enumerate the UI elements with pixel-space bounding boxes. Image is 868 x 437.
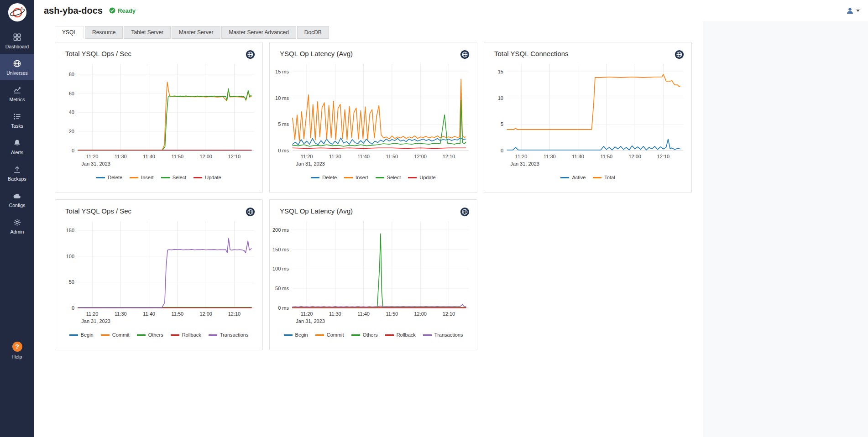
tab-ysql[interactable]: YSQL xyxy=(55,26,84,39)
sidebar-item-label: Backups xyxy=(8,176,26,182)
metrics-globe-icon[interactable] xyxy=(460,207,470,217)
svg-text:12:00: 12:00 xyxy=(414,311,427,317)
svg-text:15: 15 xyxy=(498,69,503,74)
legend-label: Transactions xyxy=(434,332,463,338)
metrics-globe-icon[interactable] xyxy=(246,50,255,59)
metrics-globe-icon[interactable] xyxy=(675,50,684,59)
tab-master-server[interactable]: Master Server xyxy=(172,26,220,39)
svg-text:12:10: 12:10 xyxy=(443,311,455,317)
legend-label: Insert xyxy=(141,175,154,180)
legend-item[interactable]: Transactions xyxy=(209,332,249,338)
sidebar-item-universes[interactable]: Universes xyxy=(0,54,34,80)
chart-legend: BeginCommitOthersRollbackTransactions xyxy=(270,332,477,338)
svg-text:5: 5 xyxy=(501,121,503,127)
svg-text:11:40: 11:40 xyxy=(572,154,584,159)
legend-item[interactable]: Rollback xyxy=(385,332,416,338)
legend-swatch xyxy=(284,334,293,336)
metrics-globe-icon[interactable] xyxy=(460,50,470,59)
legend-item[interactable]: Others xyxy=(137,332,163,338)
legend-item[interactable]: Active xyxy=(560,175,586,180)
legend-item[interactable]: Select xyxy=(376,175,401,180)
legend-item[interactable]: Rollback xyxy=(171,332,201,338)
top-header: ash-yba-docs Ready xyxy=(34,0,868,21)
tab-tablet-server[interactable]: Tablet Server xyxy=(124,26,171,39)
sidebar-item-configs[interactable]: Configs xyxy=(0,186,34,213)
legend-label: Delete xyxy=(322,175,337,180)
legend-item[interactable]: Others xyxy=(351,332,378,338)
line-chart: 02040608011:20Jan 31, 202311:3011:4011:5… xyxy=(55,59,261,174)
svg-text:12:00: 12:00 xyxy=(414,154,427,159)
legend-swatch xyxy=(209,334,217,336)
svg-text:60: 60 xyxy=(69,91,74,96)
svg-text:Jan 31, 2023: Jan 31, 2023 xyxy=(510,161,539,166)
legend-item[interactable]: Delete xyxy=(96,175,122,180)
svg-text:11:20: 11:20 xyxy=(86,311,99,317)
legend-item[interactable]: Insert xyxy=(130,175,154,180)
sidebar-item-label: Configs xyxy=(9,203,26,208)
legend-swatch xyxy=(161,177,170,178)
legend-item[interactable]: Transactions xyxy=(423,332,463,338)
chart-panel-transaction-ops: Total YSQL Ops / Sec 05010015011:20Jan 3… xyxy=(55,199,263,350)
svg-text:100: 100 xyxy=(66,254,74,259)
legend-item[interactable]: Delete xyxy=(311,175,337,180)
legend-label: Others xyxy=(148,332,163,338)
line-chart: 0 ms5 ms10 ms15 ms11:20Jan 31, 202311:30… xyxy=(270,59,476,174)
svg-text:11:50: 11:50 xyxy=(601,154,613,159)
svg-text:11:40: 11:40 xyxy=(357,154,370,159)
svg-text:11:50: 11:50 xyxy=(172,311,184,317)
sidebar-item-backups[interactable]: Backups xyxy=(0,160,34,186)
planet-logo-icon xyxy=(7,2,28,23)
sidebar-item-admin[interactable]: Admin xyxy=(0,213,34,239)
svg-text:11:20: 11:20 xyxy=(301,311,313,317)
svg-text:12:00: 12:00 xyxy=(199,311,212,317)
legend-item[interactable]: Insert xyxy=(344,175,368,180)
legend-label: Commit xyxy=(327,332,344,338)
metrics-tabs: YSQL Resource Tablet Server Master Serve… xyxy=(44,26,703,39)
app-logo[interactable] xyxy=(0,0,34,27)
svg-text:Jan 31, 2023: Jan 31, 2023 xyxy=(81,161,110,166)
backups-upload-icon xyxy=(13,165,21,174)
tab-docdb[interactable]: DocDB xyxy=(297,26,329,39)
sidebar-item-metrics[interactable]: Metrics xyxy=(0,80,34,107)
chart-legend: DeleteInsertSelectUpdate xyxy=(55,175,262,180)
svg-text:12:10: 12:10 xyxy=(657,154,670,159)
svg-text:11:40: 11:40 xyxy=(143,311,155,317)
metrics-globe-icon[interactable] xyxy=(246,207,255,217)
line-chart: 0 ms50 ms100 ms150 ms200 ms11:20Jan 31, … xyxy=(270,217,476,332)
chart-title: Total YSQL Ops / Sec xyxy=(65,207,131,215)
legend-item[interactable]: Commit xyxy=(101,332,130,338)
legend-item[interactable]: Update xyxy=(193,175,221,180)
legend-item[interactable]: Total xyxy=(593,175,615,180)
sidebar-item-help[interactable]: ? Help xyxy=(0,337,34,364)
legend-item[interactable]: Select xyxy=(161,175,187,180)
svg-text:11:20: 11:20 xyxy=(301,154,313,159)
legend-item[interactable]: Begin xyxy=(69,332,94,338)
tab-resource[interactable]: Resource xyxy=(85,26,123,39)
svg-text:150 ms: 150 ms xyxy=(272,247,289,252)
legend-item[interactable]: Begin xyxy=(284,332,308,338)
chart-legend: BeginCommitOthersRollbackTransactions xyxy=(55,332,262,338)
chart-title: YSQL Op Latency (Avg) xyxy=(280,207,353,215)
legend-swatch xyxy=(385,334,394,336)
svg-text:5 ms: 5 ms xyxy=(278,121,289,127)
sidebar-item-dashboard[interactable]: Dashboard xyxy=(0,27,34,54)
legend-label: Update xyxy=(205,175,221,180)
sidebar-item-alerts[interactable]: Alerts xyxy=(0,133,34,160)
universes-globe-icon xyxy=(13,59,21,68)
legend-swatch xyxy=(408,177,417,178)
legend-label: Update xyxy=(419,175,435,180)
svg-text:150: 150 xyxy=(66,228,74,233)
legend-item[interactable]: Update xyxy=(408,175,435,180)
sidebar-item-tasks[interactable]: Tasks xyxy=(0,107,34,133)
user-menu[interactable] xyxy=(846,7,860,15)
legend-item[interactable]: Commit xyxy=(315,332,344,338)
svg-text:0 ms: 0 ms xyxy=(278,305,289,311)
svg-text:200 ms: 200 ms xyxy=(272,227,289,233)
tab-master-server-advanced[interactable]: Master Server Advanced xyxy=(221,26,296,39)
chart-title: YSQL Op Latency (Avg) xyxy=(280,50,353,57)
chart-legend: DeleteInsertSelectUpdate xyxy=(270,175,477,180)
legend-label: Total xyxy=(604,175,615,180)
chart-legend: ActiveTotal xyxy=(484,175,691,180)
svg-text:80: 80 xyxy=(69,72,74,77)
legend-label: Begin xyxy=(295,332,308,338)
